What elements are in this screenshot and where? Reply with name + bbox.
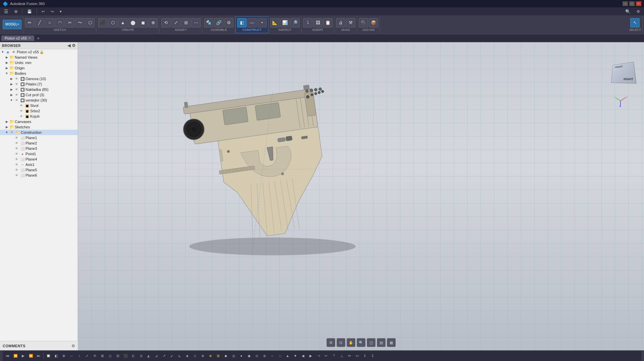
eye-icon-ventejlor[interactable]: 👁 <box>14 98 19 103</box>
eye-icon-kojuh[interactable]: 👁 <box>18 114 24 119</box>
tree-arrow-oanova[interactable]: ▶ <box>9 77 13 80</box>
eye-icon-plane3[interactable]: 👁 <box>14 146 19 151</box>
tree-item-origin[interactable]: ▶ 📁 Origin <box>0 65 78 71</box>
menu-redo-icon[interactable]: ↪ <box>48 9 56 14</box>
sketch-btn-2[interactable]: ╱ <box>35 18 44 27</box>
modify-btn-2[interactable]: ⤢ <box>171 18 181 27</box>
add-tab-button[interactable]: + <box>35 36 42 41</box>
tool-btn-25[interactable]: ◎ <box>230 352 237 360</box>
tree-item-axis1[interactable]: 👁 ─ Axis1 <box>0 162 78 167</box>
tree-item-point1[interactable]: 👁 ● Point1 <box>0 151 78 157</box>
tool-btn-33[interactable]: ▼ <box>292 352 299 360</box>
browser-collapse-btn[interactable]: ◀ <box>67 43 70 48</box>
tool-btn-37[interactable]: ⊢ <box>323 352 330 360</box>
create-btn-4[interactable]: ⬤ <box>128 18 138 27</box>
model-dropdown-button[interactable]: MODEL ▾ <box>3 20 21 29</box>
tree-item-construction[interactable]: ▼ 👁 📁 Construction <box>0 130 78 135</box>
tree-arrow-bodies[interactable]: ▼ <box>5 72 9 75</box>
assemble-btn-1[interactable]: 🔩 <box>204 18 213 27</box>
play-btn[interactable]: ▶ <box>19 352 27 360</box>
tool-btn-21[interactable]: ⊛ <box>199 352 206 360</box>
tree-item-srbo2[interactable]: ▶ 👁 ◼ Srbo2 <box>0 108 78 114</box>
eye-icon-stvol[interactable]: 👁 <box>18 103 24 108</box>
tree-arrow-origin[interactable]: ▶ <box>5 66 9 70</box>
tool-btn-10[interactable]: ⊟ <box>114 352 121 360</box>
vp-visual-btn[interactable]: ▦ <box>387 338 396 347</box>
sketch-btn-1[interactable]: ✏ <box>25 18 34 27</box>
tree-arrow-sketches[interactable]: ▶ <box>5 125 9 129</box>
construct-btn-3[interactable]: • <box>257 18 267 27</box>
tree-arrow-construction[interactable]: ▼ <box>5 131 9 134</box>
tree-item-named-views[interactable]: ▶ 📁 Named Views <box>0 55 78 60</box>
tool-btn-13[interactable]: ⊐ <box>137 352 145 360</box>
tree-item-stvol[interactable]: ▶ 👁 ◼ Stvol <box>0 103 78 108</box>
tool-btn-35[interactable]: ▶ <box>307 352 314 360</box>
tool-btn-19[interactable]: ◈ <box>184 352 191 360</box>
eye-icon-oanova[interactable]: 👁 <box>14 76 19 81</box>
tree-item-bodies[interactable]: ▼ 📁 Bodies <box>0 71 78 76</box>
vp-pan-btn[interactable]: ✋ <box>347 338 355 347</box>
eye-icon-plane5[interactable]: 👁 <box>14 168 19 172</box>
inspect-btn-2[interactable]: 📊 <box>280 18 290 27</box>
eye-icon-nakladka[interactable]: 👁 <box>14 87 19 92</box>
make-btn-2[interactable]: ⚒ <box>346 18 355 27</box>
vp-grid-btn[interactable]: ▤ <box>377 338 386 347</box>
tree-item-plane3[interactable]: 👁 ⬜ Plane3 <box>0 146 78 151</box>
tree-arrow-pilatini[interactable]: ▶ <box>9 82 13 86</box>
assemble-btn-3[interactable]: ⚙ <box>224 18 234 27</box>
eye-icon-root[interactable]: 👁 <box>11 50 16 54</box>
next-frame-btn[interactable]: ⏩ <box>27 352 35 360</box>
menu-save-icon[interactable]: 💾 <box>24 9 35 14</box>
tree-arrow-units[interactable]: ▶ <box>5 61 9 64</box>
modify-btn-4[interactable]: ⋯ <box>191 18 201 27</box>
menu-undo-icon[interactable]: ↩ <box>39 9 47 14</box>
tab-piston[interactable]: Piston v2 v55 ✕ <box>1 36 34 41</box>
tool-btn-14[interactable]: ◭ <box>145 352 152 360</box>
sketch-btn-7[interactable]: ⬡ <box>85 18 95 27</box>
assemble-btn-2[interactable]: 🔗 <box>214 18 224 27</box>
tool-btn-15[interactable]: ⊿ <box>153 352 160 360</box>
tool-btn-32[interactable]: ▲ <box>284 352 291 360</box>
tree-item-canvases[interactable]: ▶ 📁 Canvases <box>0 119 78 124</box>
minimize-button[interactable]: ─ <box>623 1 628 6</box>
tree-item-plane2[interactable]: 👁 ⬜ Plane2 <box>0 140 78 146</box>
tool-btn-11[interactable]: ⬛ <box>122 352 129 360</box>
app-menu-icon[interactable]: ☰ <box>1 8 11 15</box>
construct-btn-2[interactable]: — <box>247 18 257 27</box>
eye-icon-cut-prof[interactable]: 👁 <box>14 93 19 97</box>
insert-btn-3[interactable]: 📋 <box>323 18 333 27</box>
maximize-button[interactable]: □ <box>629 1 635 6</box>
comments-settings-btn[interactable]: ⚙ <box>71 344 75 348</box>
tool-btn-29[interactable]: ⊚ <box>261 352 268 360</box>
tool-btn-41[interactable]: ↤ <box>353 352 361 360</box>
tool-btn-23[interactable]: ⊞ <box>214 352 222 360</box>
addins-btn-2[interactable]: 📦 <box>369 18 378 27</box>
tool-btn-2[interactable]: ◧ <box>52 352 60 360</box>
goto-end-btn[interactable]: ⏭ <box>35 352 42 360</box>
prev-frame-btn[interactable]: ⏪ <box>12 352 19 360</box>
insert-btn-2[interactable]: 🖼 <box>313 18 323 27</box>
tree-item-nakladka[interactable]: ▶ 👁 🔲 Nakladka (85) <box>0 87 78 92</box>
tree-arrow-nakladka[interactable]: ▶ <box>9 88 13 91</box>
tree-item-cut-prof[interactable]: ▶ 👁 🔲 Cut prof (3) <box>0 92 78 98</box>
addins-btn-1[interactable]: 🔌 <box>359 18 368 27</box>
tool-btn-34[interactable]: ◀ <box>299 352 307 360</box>
tool-btn-20[interactable]: ◇ <box>191 352 199 360</box>
tool-btn-18[interactable]: ⊾ <box>176 352 183 360</box>
tool-btn-16[interactable]: ↗ <box>160 352 168 360</box>
menu-more-icon[interactable]: ▾ <box>57 9 64 14</box>
create-btn-2[interactable]: ⬡ <box>108 18 117 27</box>
tool-btn-9[interactable]: ◻ <box>106 352 114 360</box>
menu-grid-icon[interactable]: ⊞ <box>12 9 20 14</box>
tree-arrow-canvases[interactable]: ▶ <box>5 120 9 123</box>
eye-icon-axis1[interactable]: 👁 <box>14 162 19 167</box>
select-btn-1[interactable]: ↖ <box>630 18 640 27</box>
create-btn-6[interactable]: ⊕ <box>148 18 158 27</box>
tab-piston-close[interactable]: ✕ <box>28 36 31 40</box>
tree-arrow-root[interactable]: ▼ <box>1 50 5 54</box>
tool-btn-12[interactable]: ⊏ <box>130 352 137 360</box>
eye-icon-point1[interactable]: 👁 <box>14 152 19 156</box>
tool-btn-1[interactable]: 🔲 <box>45 352 52 360</box>
tool-btn-38[interactable]: ⊤ <box>330 352 338 360</box>
tree-item-plane1[interactable]: 👁 ⬜ Plane1 <box>0 135 78 140</box>
